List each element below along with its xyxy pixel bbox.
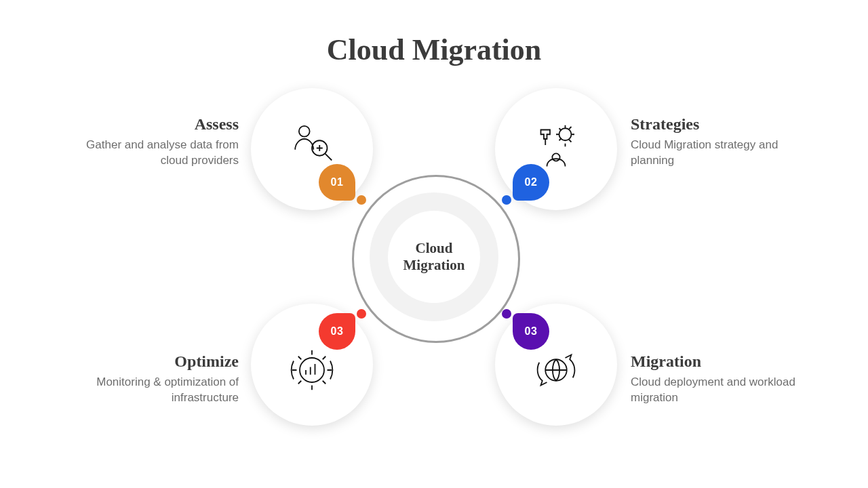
hub-label: CloudMigration	[388, 211, 480, 303]
badge-bl: 03	[319, 313, 355, 350]
text-bl: Optimize Monitoring & optimization of in…	[62, 352, 239, 406]
badge-tl-num: 01	[331, 176, 344, 188]
text-tr: Strategies Cloud Migration strategy and …	[631, 115, 807, 169]
badge-tl-tail	[357, 195, 366, 205]
badge-br: 03	[513, 313, 549, 350]
svg-point-4	[300, 358, 324, 382]
assess-icon	[288, 121, 336, 169]
text-br: Migration Cloud deployment and workload …	[631, 352, 807, 406]
body-br: Cloud deployment and workload migration	[631, 375, 807, 406]
heading-tl: Assess	[62, 115, 239, 134]
body-tl: Gather and analyse data from cloud provi…	[62, 138, 239, 169]
slide: Cloud Migration CloudMigration	[0, 0, 868, 488]
strategies-icon	[532, 121, 580, 169]
heading-br: Migration	[631, 352, 807, 371]
badge-tr: 02	[513, 164, 549, 201]
migration-icon	[532, 346, 580, 394]
badge-tr-tail	[502, 195, 511, 205]
heading-bl: Optimize	[62, 352, 239, 371]
svg-point-0	[299, 126, 310, 137]
optimize-icon	[288, 346, 336, 394]
badge-bl-tail	[357, 309, 366, 319]
slide-title: Cloud Migration	[0, 33, 868, 67]
body-tr: Cloud Migration strategy and planning	[631, 138, 807, 169]
badge-br-num: 03	[525, 325, 538, 338]
badge-tl: 01	[319, 164, 355, 201]
hub-label-text: CloudMigration	[403, 240, 465, 274]
body-bl: Monitoring & optimization of infrastruct…	[62, 375, 239, 406]
svg-point-3	[552, 153, 559, 161]
badge-bl-num: 03	[331, 325, 344, 338]
badge-tr-num: 02	[525, 176, 538, 188]
text-tl: Assess Gather and analyse data from clou…	[62, 115, 239, 169]
heading-tr: Strategies	[631, 115, 807, 134]
badge-br-tail	[502, 309, 511, 319]
